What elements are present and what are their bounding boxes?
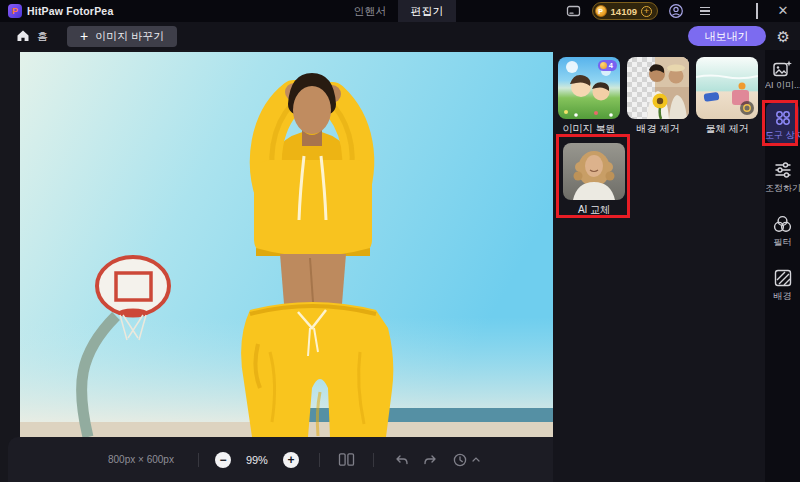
zoom-level: 99% [241, 454, 273, 466]
tool-thumbnail-image-restore[interactable]: 4 [558, 57, 620, 119]
maximize-icon[interactable] [744, 0, 770, 22]
feature-sidebar: AI 이미... 도구 상자 조정하기 필터 배경 [765, 50, 800, 482]
close-icon[interactable]: ✕ [770, 0, 796, 22]
divider [373, 453, 374, 467]
coin-icon [600, 62, 607, 69]
coin-cost-badge: 4 [598, 60, 617, 71]
zoom-out-icon[interactable]: − [215, 452, 231, 468]
tool-label: 배경 제거 [623, 122, 693, 136]
ai-image-icon[interactable] [765, 59, 800, 80]
gear-icon[interactable]: ⚙ [777, 29, 790, 44]
sidebar-item-adjust[interactable]: 조정하기 [765, 182, 800, 195]
toolbox-icon[interactable] [765, 108, 800, 128]
tool-label: AI 교체 [559, 203, 629, 217]
tools-panel: 4 이미지 복원 배경 제거 물체 [553, 50, 765, 482]
tab-enhancer[interactable]: 인핸서 [344, 0, 396, 22]
replace-image-label: 이미지 바꾸기 [95, 29, 164, 44]
replace-image-button[interactable]: + 이미지 바꾸기 [67, 26, 177, 47]
redo-icon[interactable] [423, 453, 438, 467]
tool-thumbnail-ai-replace[interactable] [563, 143, 625, 200]
plus-icon: + [80, 29, 88, 43]
divider [198, 453, 199, 467]
tab-editor[interactable]: 편집기 [398, 0, 456, 22]
home-label: 홈 [37, 29, 48, 44]
image-dimensions: 800px × 600px [108, 454, 174, 465]
chevron-up-icon[interactable] [472, 457, 480, 462]
sidebar-item-background[interactable]: 배경 [765, 290, 800, 303]
coin-icon: P [595, 5, 607, 17]
photo-canvas[interactable] [20, 52, 553, 437]
tool-label: 물체 제거 [692, 122, 762, 136]
statusbar: 800px × 600px − 99% + [8, 437, 553, 482]
toolbar: 홈 + 이미지 바꾸기 내보내기 ⚙ [0, 22, 800, 50]
adjust-icon[interactable] [765, 160, 800, 180]
titlebar: P HitPaw FotorPea 인핸서 편집기 P 14109 + ✕ [0, 0, 800, 22]
menu-icon[interactable] [692, 5, 718, 18]
add-coin-icon[interactable]: + [641, 6, 652, 17]
app-logo-icon: P [8, 4, 22, 18]
sidebar-item-toolbox[interactable]: 도구 상자 [765, 129, 800, 142]
divider [319, 453, 320, 467]
app-window: { "app": { "title": "HitPaw FotorPea", "… [0, 0, 800, 482]
home-button[interactable]: 홈 [16, 29, 48, 44]
tool-label: 이미지 복원 [554, 122, 624, 136]
background-icon[interactable] [765, 268, 800, 288]
export-button[interactable]: 내보내기 [688, 26, 766, 46]
zoom-in-icon[interactable]: + [283, 452, 299, 468]
home-icon [16, 29, 30, 44]
undo-icon[interactable] [394, 453, 409, 467]
filter-icon[interactable] [765, 214, 800, 234]
coin-balance-pill[interactable]: P 14109 + [592, 2, 658, 20]
app-title: HitPaw FotorPea [27, 5, 113, 17]
sidebar-item-filter[interactable]: 필터 [765, 236, 800, 249]
user-icon[interactable] [668, 3, 684, 19]
tool-thumbnail-background-remove[interactable] [627, 57, 689, 119]
sidebar-item-ai-image[interactable]: AI 이미... [765, 79, 800, 92]
history-icon[interactable] [452, 452, 468, 468]
canvas-area: 800px × 600px − 99% + [0, 50, 553, 482]
coin-balance: 14109 [611, 6, 637, 17]
photo-image [20, 52, 553, 437]
tool-thumbnail-object-remove[interactable] [696, 57, 758, 119]
display-icon[interactable] [566, 5, 581, 18]
compare-icon[interactable] [338, 452, 355, 467]
